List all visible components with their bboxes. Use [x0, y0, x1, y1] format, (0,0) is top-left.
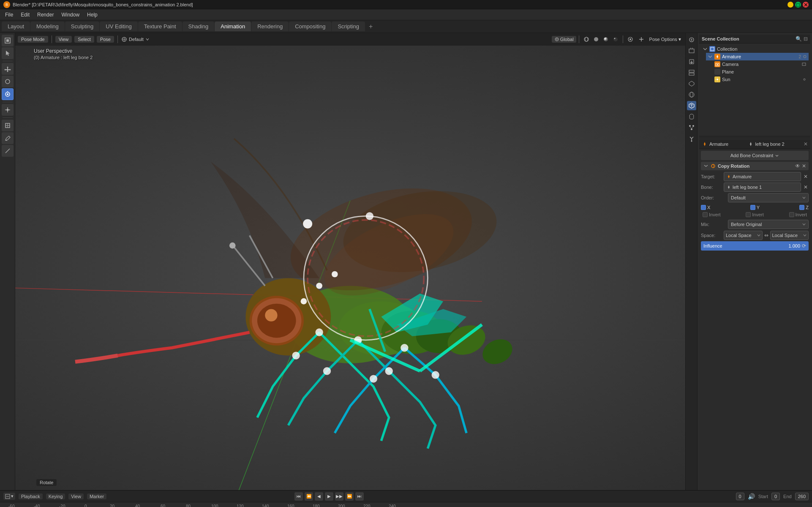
- tool-rotate[interactable]: [2, 76, 14, 87]
- viewport-select-menu[interactable]: Select: [74, 36, 94, 43]
- tool-scale[interactable]: [2, 104, 14, 116]
- prop-render-icon[interactable]: [687, 46, 696, 55]
- outliner-collection[interactable]: Collection: [701, 45, 809, 53]
- tool-move[interactable]: [2, 63, 14, 75]
- prop-modifier-icon[interactable]: [687, 112, 696, 121]
- menu-help[interactable]: Help: [84, 11, 101, 19]
- rendered-btn[interactable]: [611, 35, 620, 44]
- constraint-visibility-icon[interactable]: 👁: [795, 163, 800, 169]
- tab-uv-editing[interactable]: UV Editing: [100, 22, 137, 31]
- wireframe-btn[interactable]: [582, 35, 591, 44]
- outliner-filter[interactable]: ⊟: [804, 36, 808, 42]
- menu-edit[interactable]: Edit: [17, 11, 33, 19]
- play-btn[interactable]: ▶: [325, 492, 333, 501]
- tool-pose[interactable]: [2, 88, 14, 100]
- influence-reset-icon[interactable]: ⟳: [802, 243, 806, 249]
- tab-rendering[interactable]: Rendering: [251, 22, 289, 31]
- tab-shading[interactable]: Shading: [183, 22, 215, 31]
- jump-to-start-btn[interactable]: ⏮: [294, 492, 303, 501]
- bone-close-icon[interactable]: ✕: [804, 141, 808, 147]
- add-bone-constraint-btn[interactable]: Add Bone Constraint: [701, 151, 809, 160]
- start-frame-input[interactable]: 0: [771, 493, 780, 500]
- audio-icon[interactable]: 🔊: [748, 493, 755, 500]
- svg-point-67: [323, 367, 331, 375]
- tab-layout[interactable]: Layout: [2, 22, 30, 31]
- svg-point-93: [692, 125, 694, 127]
- x-checkbox[interactable]: [701, 205, 706, 210]
- prev-frame-btn[interactable]: ◀: [315, 492, 323, 501]
- close-button[interactable]: ✕: [803, 2, 809, 8]
- z-checkbox[interactable]: [799, 205, 804, 210]
- tool-select-box[interactable]: [2, 35, 14, 46]
- jump-forward-btn[interactable]: ⏩: [345, 492, 354, 501]
- constraint-delete-icon[interactable]: ✕: [802, 163, 806, 169]
- prop-physics-icon[interactable]: [687, 134, 696, 143]
- jump-to-end-btn[interactable]: ⏭: [355, 492, 364, 501]
- outliner-sun[interactable]: Sun: [706, 76, 809, 83]
- global-selector[interactable]: Global: [552, 36, 576, 43]
- order-select[interactable]: Default: [728, 193, 809, 202]
- x-invert-checkbox[interactable]: [703, 212, 708, 217]
- pose-options[interactable]: Pose Options ▾: [648, 36, 683, 42]
- tool-measure[interactable]: [2, 145, 14, 157]
- overlays-btn[interactable]: [626, 35, 635, 44]
- gizmos-btn[interactable]: [637, 35, 646, 44]
- target-clear-icon[interactable]: ✕: [803, 174, 809, 180]
- space-swap-icon[interactable]: ⇔: [764, 232, 768, 238]
- solid-btn[interactable]: [591, 35, 601, 44]
- tool-annotate[interactable]: [2, 132, 14, 144]
- menu-file[interactable]: File: [2, 11, 16, 19]
- view-menu[interactable]: View: [68, 493, 84, 499]
- material-btn[interactable]: [601, 35, 610, 44]
- tab-add[interactable]: +: [365, 22, 376, 31]
- influence-bar[interactable]: Influence 1.000 ⟳: [701, 241, 809, 251]
- space-from-select[interactable]: Local Space: [724, 231, 763, 240]
- prop-view-icon[interactable]: [687, 68, 696, 77]
- tool-cursor[interactable]: [2, 47, 14, 59]
- minimize-button[interactable]: _: [787, 2, 793, 8]
- outliner-search[interactable]: 🔍: [796, 36, 802, 42]
- y-checkbox[interactable]: [750, 205, 755, 210]
- prop-object-icon[interactable]: [687, 101, 696, 110]
- timeline-type-selector[interactable]: ▾: [3, 493, 15, 500]
- bone-field[interactable]: left leg bone 1: [724, 183, 801, 192]
- bone-clear-icon[interactable]: ✕: [803, 184, 809, 190]
- maximize-button[interactable]: □: [795, 2, 801, 8]
- current-frame-display[interactable]: 0: [736, 493, 744, 500]
- outliner-plane[interactable]: Plane: [706, 68, 809, 76]
- space-to-select[interactable]: Local Space: [770, 231, 809, 240]
- prop-world-icon[interactable]: [687, 90, 696, 99]
- prop-scene2-icon[interactable]: [687, 79, 696, 88]
- tab-texture-paint[interactable]: Texture Paint: [138, 22, 182, 31]
- z-invert-checkbox[interactable]: [789, 212, 794, 217]
- menu-window[interactable]: Window: [58, 11, 83, 19]
- keying-menu[interactable]: Keying: [46, 493, 65, 499]
- prop-output-icon[interactable]: [687, 57, 696, 66]
- viewport-3d[interactable]: Pose Mode View Select Pose Default Globa…: [15, 33, 685, 490]
- jump-back-btn[interactable]: ⏪: [305, 492, 313, 501]
- y-invert-checkbox[interactable]: [746, 212, 751, 217]
- prop-scene-icon[interactable]: [687, 35, 696, 44]
- tab-scripting[interactable]: Scripting: [332, 22, 365, 31]
- marker-menu[interactable]: Marker: [87, 493, 106, 499]
- frame-label-140: 140: [262, 504, 269, 507]
- mix-select[interactable]: Before Original: [728, 220, 809, 229]
- target-field[interactable]: Armature: [724, 172, 801, 181]
- copy-rotation-header[interactable]: Copy Rotation 👁 ✕: [701, 162, 809, 170]
- viewport-mode-selector[interactable]: Pose Mode: [18, 36, 48, 43]
- outliner-armature[interactable]: Armature 2: [706, 53, 809, 60]
- end-frame-input[interactable]: 260: [795, 493, 809, 500]
- svg-line-95: [690, 127, 692, 128]
- tool-transform[interactable]: [2, 120, 14, 131]
- tab-modeling[interactable]: Modeling: [30, 22, 65, 31]
- prop-particles-icon[interactable]: [687, 123, 696, 132]
- tab-sculpting[interactable]: Sculpting: [65, 22, 99, 31]
- outliner-camera[interactable]: Camera: [706, 60, 809, 68]
- tab-compositing[interactable]: Compositing: [289, 22, 331, 31]
- viewport-view-menu[interactable]: View: [55, 36, 72, 43]
- playback-menu[interactable]: Playback: [19, 493, 43, 499]
- tab-animation[interactable]: Animation: [215, 22, 251, 31]
- viewport-pose-menu[interactable]: Pose: [97, 36, 114, 43]
- menu-render[interactable]: Render: [34, 11, 57, 19]
- next-frame-btn[interactable]: ▶▶: [335, 492, 343, 501]
